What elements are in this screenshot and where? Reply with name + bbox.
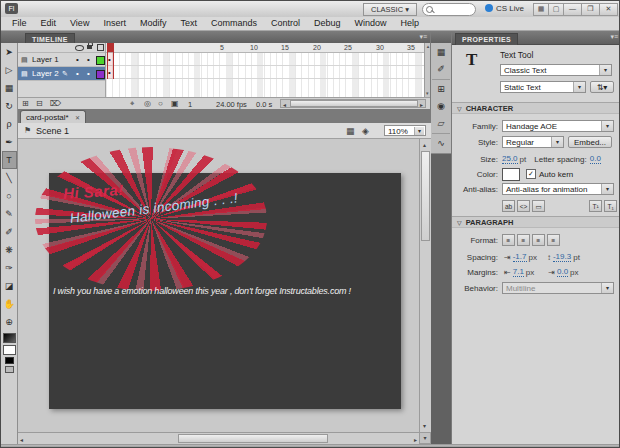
scroll-left-icon[interactable]: ◂: [20, 435, 23, 444]
collapse-triangle-icon[interactable]: ▽: [457, 220, 462, 226]
behavior-select[interactable]: Multiline ▾: [502, 282, 614, 294]
scroll-down-icon[interactable]: ▾: [423, 421, 426, 431]
superscript-button[interactable]: T¹: [589, 200, 602, 212]
scene-label[interactable]: Scene 1: [36, 126, 69, 136]
search-input[interactable]: [422, 3, 476, 16]
zoom-level-select[interactable]: 110% ▾: [384, 125, 426, 136]
free-transform-tool[interactable]: ▦: [2, 79, 17, 97]
menu-view[interactable]: View: [63, 17, 96, 30]
brush-tool[interactable]: ✐: [2, 223, 17, 241]
letter-spacing-value[interactable]: 0.0: [590, 154, 601, 164]
3d-rotation-tool[interactable]: ↻: [2, 97, 17, 115]
menu-file[interactable]: File: [5, 17, 34, 30]
arrange-documents-icon[interactable]: ▦: [533, 3, 549, 16]
info-panel-icon[interactable]: ◉: [433, 99, 449, 114]
edit-scene-button[interactable]: ▦: [346, 126, 355, 136]
fill-color-chip[interactable]: [3, 345, 16, 355]
menu-modify[interactable]: Modify: [133, 17, 174, 30]
subselection-tool[interactable]: ▷: [2, 61, 17, 79]
layer-visibility-dot[interactable]: •: [76, 53, 79, 66]
swatches-panel-icon[interactable]: ▦: [433, 45, 449, 60]
hand-tool[interactable]: ✋: [2, 295, 17, 313]
menu-text[interactable]: Text: [173, 17, 204, 30]
app-icon[interactable]: Fl: [5, 3, 18, 14]
frame-row-layer1[interactable]: •: [106, 52, 424, 66]
close-button[interactable]: ✕: [599, 3, 618, 16]
embed-button[interactable]: Embed...: [568, 136, 612, 148]
edit-symbols-button[interactable]: ◈: [362, 126, 369, 136]
canvas-vertical-scrollbar[interactable]: ▴ ▾: [419, 139, 431, 432]
menu-window[interactable]: Window: [348, 17, 394, 30]
text-tool[interactable]: T: [2, 151, 17, 169]
menu-debug[interactable]: Debug: [307, 17, 348, 30]
layer-lock-dot[interactable]: •: [87, 67, 90, 80]
stage-text-body[interactable]: I wish you have a emotion halloween this…: [53, 286, 413, 296]
layer-name[interactable]: Layer 2: [32, 67, 59, 80]
oval-tool[interactable]: ○: [2, 187, 17, 205]
brush-panel-icon[interactable]: ✐: [433, 62, 449, 77]
chevron-down-icon[interactable]: ▾: [423, 435, 426, 441]
scroll-up-icon[interactable]: ▴: [427, 43, 430, 49]
tab-close-icon[interactable]: ✕: [75, 115, 80, 121]
scroll-up-icon[interactable]: ▴: [423, 140, 426, 150]
subscript-button[interactable]: T₁: [604, 200, 617, 212]
timeline-frames-grid[interactable]: 5 10 15 20 25 30 35 40 45 50 • •: [106, 43, 424, 97]
motion-presets-panel-icon[interactable]: ∿: [433, 136, 449, 151]
eyedropper-tool[interactable]: ✑: [2, 259, 17, 277]
canvas-horizontal-scrollbar[interactable]: ◂ ▸: [18, 432, 419, 444]
align-left-button[interactable]: ≡: [502, 234, 515, 246]
deco-tool[interactable]: ❋: [2, 241, 17, 259]
section-character[interactable]: ▽CHARACTER: [452, 102, 620, 114]
section-paragraph[interactable]: ▽PARAGRAPH: [452, 216, 620, 228]
canvas-pasteboard[interactable]: Hi Sara! Halloween is incoming . . .! I …: [18, 139, 431, 444]
scrollbar-thumb[interactable]: [290, 100, 418, 107]
layer-row-1[interactable]: ▤ Layer 1 • •: [18, 53, 105, 67]
transform-panel-icon[interactable]: ▱: [433, 116, 449, 131]
edit-multiple-frames-button[interactable]: ▣: [171, 99, 179, 108]
scrollbar-thumb[interactable]: [421, 151, 430, 241]
selectable-text-button[interactable]: ab: [502, 200, 515, 212]
timeline-horizontal-scrollbar[interactable]: ◂ ▸: [280, 99, 426, 108]
onion-skin-button[interactable]: ◎: [144, 99, 151, 108]
outline-header-icon[interactable]: [97, 44, 104, 51]
new-folder-button[interactable]: ⊟: [36, 99, 43, 108]
line-tool[interactable]: ╲: [2, 169, 17, 187]
visibility-header-icon[interactable]: [75, 45, 84, 51]
indent-value[interactable]: -1.7: [513, 252, 527, 262]
timeline-panel-menu-icon[interactable]: ▾≡: [419, 33, 427, 41]
restore-button[interactable]: ❐: [581, 3, 600, 16]
menu-control[interactable]: Control: [264, 17, 307, 30]
workspace-switcher[interactable]: CLASSIC ▾: [363, 3, 417, 16]
autokern-checkbox[interactable]: ✓: [526, 169, 536, 179]
cs-live-button[interactable]: CS Live: [485, 3, 524, 14]
align-center-button[interactable]: ≡: [517, 234, 530, 246]
text-orientation-button[interactable]: ⇅▾: [590, 81, 614, 93]
frame-row-layer2[interactable]: •: [106, 65, 424, 79]
delete-layer-button[interactable]: ⌦: [50, 99, 61, 108]
onion-skin-outline-button[interactable]: ○: [158, 99, 163, 108]
layer-name[interactable]: Layer 1: [32, 53, 59, 66]
render-html-button[interactable]: <>: [517, 200, 530, 212]
properties-panel-menu-icon[interactable]: ▾≡: [610, 33, 618, 41]
margin-left-value[interactable]: 7.1: [513, 267, 524, 277]
pen-tool[interactable]: ✒: [2, 133, 17, 151]
frame-rate-value[interactable]: 24.00 fps: [216, 100, 247, 109]
eraser-tool[interactable]: ◪: [2, 277, 17, 295]
text-engine-select[interactable]: Classic Text ▾: [500, 64, 612, 76]
scroll-down-icon[interactable]: ▾: [426, 90, 429, 96]
menu-help[interactable]: Help: [394, 17, 427, 30]
font-style-select[interactable]: Regular ▾: [502, 136, 564, 148]
align-right-button[interactable]: ≡: [532, 234, 545, 246]
minimize-button[interactable]: —: [563, 3, 582, 16]
text-color-swatch[interactable]: [502, 168, 520, 181]
selection-tool[interactable]: ➤: [2, 43, 17, 61]
text-type-select[interactable]: Static Text ▾: [500, 81, 586, 93]
layer-row-2-selected[interactable]: ▤ Layer 2 ✎ • •: [18, 67, 105, 81]
layer-lock-dot[interactable]: •: [87, 53, 90, 66]
timeline-vertical-scrollbar[interactable]: ▴ ▾: [424, 43, 430, 97]
scroll-right-icon[interactable]: ▸: [414, 435, 417, 444]
justify-button[interactable]: ≡: [547, 234, 560, 246]
swap-colors-button[interactable]: [5, 366, 14, 373]
align-panel-icon[interactable]: ⊞: [433, 82, 449, 97]
collapse-triangle-icon[interactable]: ▽: [457, 106, 462, 112]
